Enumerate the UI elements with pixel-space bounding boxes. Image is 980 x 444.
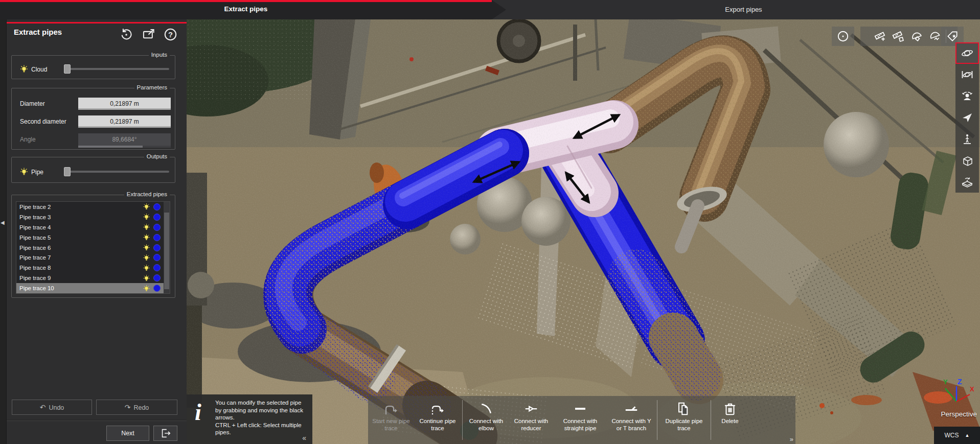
list-item[interactable]: Pipe trace 8: [16, 263, 170, 273]
duplicate-pipe-trace-button[interactable]: Duplicate pipe trace: [658, 396, 710, 444]
tab-export-pipes[interactable]: Export pipes: [507, 0, 980, 19]
toolbar-separator: [462, 400, 463, 440]
turntable-button[interactable]: [955, 171, 979, 193]
bulb-icon[interactable]: [143, 213, 150, 221]
pipe-color-dot-icon[interactable]: [153, 244, 161, 251]
viewport-3d[interactable]: Start new pipe trace Continue pipe trace…: [187, 19, 980, 444]
add-measure-button[interactable]: [871, 27, 889, 46]
list-item[interactable]: Pipe trace 6: [16, 243, 170, 253]
connect-with-reducer-button[interactable]: Connect with reducer: [509, 396, 554, 444]
extracted-pipes-list[interactable]: Pipe trace 2 Pipe trace 3 Pipe trace 4 P…: [16, 201, 170, 294]
bulb-icon[interactable]: [143, 244, 150, 251]
reducer-icon: [523, 401, 539, 416]
view-cube-button[interactable]: [955, 150, 979, 171]
extracted-pipes-section-label: Extracted pipes: [124, 191, 170, 197]
projection-label[interactable]: Perspective: [941, 410, 977, 418]
pipe-color-dot-icon[interactable]: [153, 234, 161, 241]
bulb-icon[interactable]: [143, 223, 150, 231]
measure-point-button[interactable]: [889, 27, 907, 46]
connect-with-elbow-button[interactable]: Connect with elbow: [464, 396, 509, 444]
help-icon[interactable]: ?: [164, 28, 177, 41]
ruler-plus-icon: [873, 30, 886, 43]
bulb-icon[interactable]: [143, 254, 150, 262]
axis-z-label: Z: [958, 378, 962, 386]
navigation-toolbar: [955, 42, 979, 193]
popout-icon[interactable]: [142, 28, 155, 41]
list-item[interactable]: Pipe trace 2: [16, 202, 170, 212]
exit-icon: [160, 428, 171, 439]
axis-y-label: Y: [943, 378, 948, 386]
start-pipe-trace-icon: [383, 401, 399, 416]
pipe-color-dot-icon[interactable]: [153, 203, 161, 211]
exit-button[interactable]: [153, 426, 177, 441]
undo-icon: ↶: [40, 403, 46, 411]
pipe-color-dot-icon[interactable]: [153, 264, 161, 271]
list-scrollbar-thumb[interactable]: [164, 213, 169, 289]
toolbar-more-icon[interactable]: »: [790, 435, 793, 443]
diameter-field[interactable]: 0,21897 m: [78, 98, 171, 110]
pipe-opacity-track[interactable]: [66, 171, 169, 173]
fly-mode-button[interactable]: [955, 107, 979, 128]
continue-pipe-trace-icon: [430, 401, 445, 416]
list-item[interactable]: Pipe trace 7: [16, 252, 170, 263]
pipe-color-dot-icon[interactable]: [153, 254, 161, 261]
bulb-icon[interactable]: [143, 264, 150, 272]
info-collapse-icon[interactable]: «: [302, 434, 306, 442]
list-item-selected[interactable]: Pipe trace 10: [16, 283, 170, 293]
pipe-color-dot-icon[interactable]: [153, 224, 161, 231]
duplicate-icon: [676, 401, 692, 416]
cube-icon: [961, 154, 973, 167]
pipe-opacity-slider[interactable]: [64, 167, 71, 176]
continue-pipe-trace-button[interactable]: Continue pipe trace: [414, 396, 461, 444]
list-item[interactable]: Pipe trace 3: [16, 212, 170, 222]
second-diameter-field[interactable]: 0,21897 m: [78, 115, 171, 128]
protractor-diamond-icon: [910, 30, 923, 43]
connect-with-straight-pipe-button[interactable]: Connect with straight pipe: [554, 396, 607, 444]
application-window: Export pipes Extract pipes ◀ Extract pip…: [0, 0, 980, 444]
cloud-visibility-bulb-icon[interactable]: [20, 65, 28, 73]
pipe-color-dot-icon[interactable]: [153, 214, 161, 221]
cloud-opacity-track[interactable]: [66, 68, 169, 70]
cloud-opacity-slider[interactable]: [64, 64, 71, 74]
orbit-mode-button[interactable]: [955, 42, 979, 64]
start-new-pipe-trace-button[interactable]: Start new pipe trace: [368, 396, 414, 444]
bulb-icon[interactable]: [143, 274, 150, 282]
constrained-orbit-button[interactable]: [955, 64, 979, 85]
undo-button[interactable]: ↶Undo: [12, 400, 92, 415]
inputs-groupbox: Inputs Cloud: [11, 55, 175, 79]
tab-extract-pipes[interactable]: Extract pipes: [0, 0, 507, 19]
bulb-icon[interactable]: [143, 285, 150, 292]
wcs-label: WCS: [945, 432, 959, 439]
tab-extract-label: Extract pipes: [0, 0, 492, 19]
pick-center-button[interactable]: [832, 27, 854, 46]
measure-angle-button[interactable]: [907, 27, 926, 46]
bulb-icon[interactable]: [143, 203, 150, 211]
walk-mode-button[interactable]: [955, 128, 979, 150]
redo-icon: ↷: [125, 403, 131, 411]
pipe-color-dot-icon[interactable]: [153, 274, 161, 282]
point-cloud-scene[interactable]: [187, 19, 980, 444]
list-item[interactable]: Pipe trace 5: [16, 232, 170, 243]
delete-button[interactable]: Delete: [712, 396, 748, 444]
outputs-section-label: Outputs: [144, 153, 170, 159]
collapse-panel-icon[interactable]: ◀: [1, 220, 5, 225]
parameters-groupbox: Parameters Diameter 0,21897 m Second dia…: [11, 88, 175, 150]
info-line-1: You can modify the selected pipe by grab…: [215, 399, 308, 422]
wcs-selector[interactable]: WCS ▲: [934, 427, 980, 444]
axis-triad: Y Z X: [938, 377, 974, 408]
list-item[interactable]: Pipe trace 9: [16, 273, 170, 283]
circle-dot-icon: [836, 30, 850, 43]
trash-icon: [722, 401, 738, 416]
pipe-color-dot-icon[interactable]: [153, 285, 161, 292]
list-scrollbar[interactable]: [164, 202, 170, 293]
reset-icon[interactable]: [119, 28, 133, 41]
bulb-icon[interactable]: [143, 233, 150, 241]
list-item[interactable]: Pipe trace 4: [16, 222, 170, 232]
redo-button[interactable]: ↷Redo: [96, 400, 177, 415]
look-around-button[interactable]: [955, 85, 979, 107]
connect-with-branch-button[interactable]: Connect with Y or T branch: [607, 396, 656, 444]
next-button[interactable]: Next: [106, 426, 149, 441]
look-around-icon: [961, 90, 973, 102]
panel-collapse-strip[interactable]: ◀: [0, 19, 7, 444]
pipe-visibility-bulb-icon[interactable]: [20, 168, 28, 176]
